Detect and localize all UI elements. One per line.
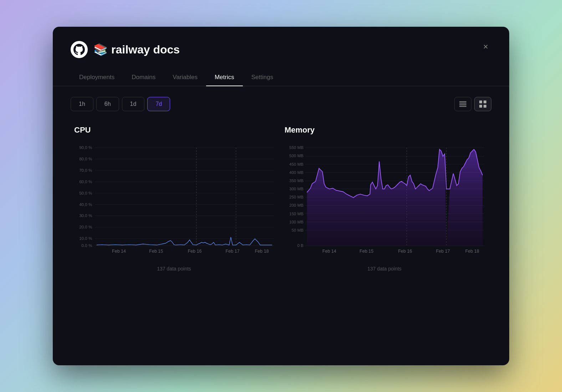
svg-rect-0 bbox=[459, 101, 466, 103]
svg-text:70.0 %: 70.0 % bbox=[79, 168, 92, 172]
svg-text:20.0 %: 20.0 % bbox=[79, 225, 92, 229]
github-icon bbox=[71, 41, 88, 58]
svg-text:Feb 15: Feb 15 bbox=[359, 249, 373, 254]
svg-text:Feb 14: Feb 14 bbox=[112, 249, 126, 254]
modal-window: 📚 railway docs × Deployments Domains Var… bbox=[53, 27, 509, 365]
charts-container: CPU 90.0 % 80.0 % 70. bbox=[53, 118, 509, 283]
svg-text:200 MB: 200 MB bbox=[289, 203, 303, 207]
svg-text:100 MB: 100 MB bbox=[289, 220, 303, 224]
list-view-button[interactable] bbox=[454, 97, 471, 111]
svg-text:30.0 %: 30.0 % bbox=[79, 213, 92, 218]
svg-text:10.0 %: 10.0 % bbox=[79, 236, 92, 241]
svg-rect-6 bbox=[484, 105, 486, 108]
toolbar: 1h 6h 1d 7d bbox=[53, 86, 509, 118]
svg-text:450 MB: 450 MB bbox=[289, 162, 303, 166]
tab-deployments[interactable]: Deployments bbox=[71, 69, 123, 86]
cpu-chart-title: CPU bbox=[74, 125, 274, 135]
time-6h-button[interactable]: 6h bbox=[96, 97, 119, 111]
cpu-chart-area: 90.0 % 80.0 % 70.0 % 60.0 % 50.0 % 40.0 … bbox=[74, 140, 274, 276]
svg-text:400 MB: 400 MB bbox=[289, 170, 303, 175]
svg-text:0 B: 0 B bbox=[297, 243, 304, 248]
time-1h-button[interactable]: 1h bbox=[71, 97, 93, 111]
tab-domains[interactable]: Domains bbox=[123, 69, 164, 86]
cpu-data-points: 137 data points bbox=[74, 266, 274, 272]
svg-text:250 MB: 250 MB bbox=[289, 195, 303, 199]
svg-text:Feb 18: Feb 18 bbox=[465, 249, 479, 254]
svg-text:Feb 18: Feb 18 bbox=[255, 249, 269, 254]
cpu-chart-svg: 90.0 % 80.0 % 70.0 % 60.0 % 50.0 % 40.0 … bbox=[74, 140, 274, 262]
svg-rect-3 bbox=[479, 100, 482, 103]
svg-text:Feb 14: Feb 14 bbox=[322, 249, 336, 254]
app-emoji: 📚 bbox=[93, 43, 108, 56]
tab-variables[interactable]: Variables bbox=[164, 69, 206, 86]
time-range-selector: 1h 6h 1d 7d bbox=[71, 97, 170, 111]
time-7d-button[interactable]: 7d bbox=[147, 97, 170, 111]
memory-chart-panel: Memory 550 MB bbox=[281, 122, 491, 283]
svg-rect-4 bbox=[484, 100, 486, 103]
svg-text:150 MB: 150 MB bbox=[289, 212, 303, 216]
memory-chart-title: Memory bbox=[285, 125, 484, 135]
svg-text:80.0 %: 80.0 % bbox=[79, 157, 92, 161]
svg-rect-2 bbox=[459, 105, 466, 107]
svg-text:60.0 %: 60.0 % bbox=[79, 180, 92, 184]
tab-settings[interactable]: Settings bbox=[243, 69, 282, 86]
svg-text:Feb 17: Feb 17 bbox=[436, 249, 450, 254]
memory-chart-svg: 550 MB 500 MB 450 MB 400 MB 350 MB 300 M… bbox=[285, 140, 484, 262]
svg-text:Feb 17: Feb 17 bbox=[226, 249, 240, 254]
close-button[interactable]: × bbox=[479, 40, 492, 53]
svg-rect-1 bbox=[459, 103, 466, 105]
tabs-bar: Deployments Domains Variables Metrics Se… bbox=[53, 69, 509, 86]
svg-text:Feb 16: Feb 16 bbox=[188, 249, 201, 254]
app-title: 📚 railway docs bbox=[93, 43, 180, 56]
cpu-chart-panel: CPU 90.0 % 80.0 % 70. bbox=[71, 122, 281, 283]
svg-text:50.0 %: 50.0 % bbox=[79, 191, 92, 195]
time-1d-button[interactable]: 1d bbox=[122, 97, 145, 111]
modal-header: 📚 railway docs × bbox=[53, 27, 509, 69]
svg-text:Feb 15: Feb 15 bbox=[149, 249, 163, 254]
svg-text:90.0 %: 90.0 % bbox=[79, 145, 92, 150]
svg-text:40.0 %: 40.0 % bbox=[79, 202, 92, 207]
svg-text:500 MB: 500 MB bbox=[289, 154, 303, 158]
memory-data-points: 137 data points bbox=[285, 266, 484, 272]
svg-text:50 MB: 50 MB bbox=[292, 228, 304, 232]
svg-text:0.0 %: 0.0 % bbox=[82, 243, 92, 248]
grid-view-button[interactable] bbox=[474, 97, 491, 111]
view-toggle bbox=[454, 97, 491, 111]
svg-text:300 MB: 300 MB bbox=[289, 187, 303, 191]
memory-chart-area: 550 MB 500 MB 450 MB 400 MB 350 MB 300 M… bbox=[285, 140, 484, 276]
svg-text:550 MB: 550 MB bbox=[289, 145, 303, 150]
svg-marker-60 bbox=[307, 149, 482, 246]
svg-text:Feb 16: Feb 16 bbox=[398, 249, 412, 254]
tab-metrics[interactable]: Metrics bbox=[206, 69, 243, 86]
svg-text:350 MB: 350 MB bbox=[289, 179, 303, 183]
svg-rect-5 bbox=[479, 105, 482, 108]
